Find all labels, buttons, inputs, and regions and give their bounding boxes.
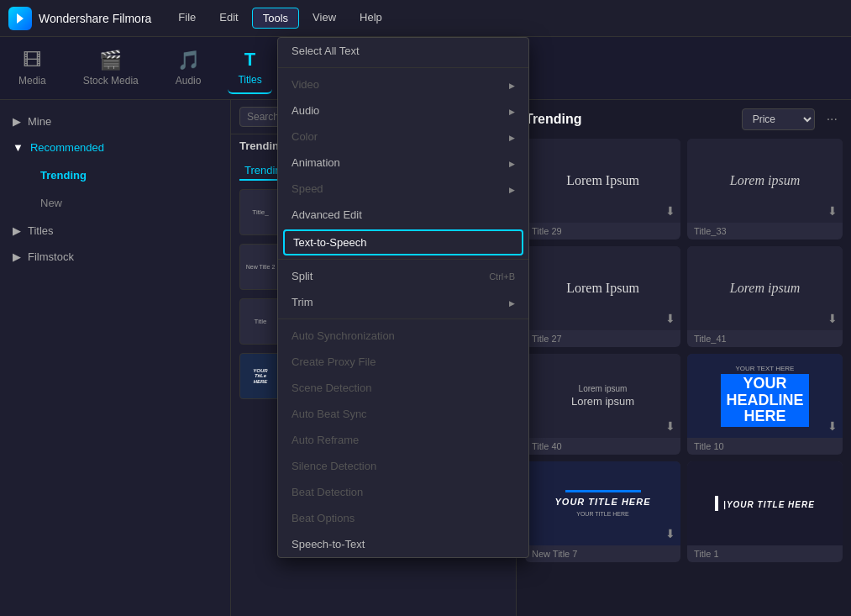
sidebar-new[interactable]: New <box>24 190 223 216</box>
auto-reframe-label: Auto Reframe <box>292 434 359 446</box>
label-title33: Title_33 <box>687 223 843 240</box>
download-icon-41[interactable]: ⬇ <box>827 312 838 325</box>
audio-arrow <box>509 106 515 116</box>
split-shortcut: Ctrl+B <box>489 271 515 282</box>
dropdown-text-to-speech[interactable]: Text-to-Speech <box>283 229 523 255</box>
text-to-speech-label: Text-to-Speech <box>293 236 366 249</box>
dropdown-advanced-edit[interactable]: Advanced Edit <box>278 202 528 228</box>
dropdown-proxy-file: Create Proxy File <box>278 349 528 375</box>
label-newtitle7: New Title 7 <box>525 545 680 562</box>
download-icon-33[interactable]: ⬇ <box>827 204 838 218</box>
thumb-title-speed[interactable]: Title_ <box>239 189 281 235</box>
dropdown-animation[interactable]: Animation <box>278 150 528 176</box>
dropdown-trim[interactable]: Trim <box>278 289 528 315</box>
media-label: Media <box>18 75 46 87</box>
menu-file[interactable]: File <box>168 8 206 29</box>
download-icon-27[interactable]: ⬇ <box>665 312 675 325</box>
template-card-title10[interactable]: YOUR TEXT HERE YOURHEADLINEHERE ⬇ Title … <box>687 354 843 455</box>
preview-title29: Lorem Ipsum ⬇ <box>525 139 680 223</box>
label-title27: Title 27 <box>525 330 680 347</box>
download-icon-10[interactable]: ⬇ <box>827 419 838 433</box>
auto-beat-sync-label: Auto Beat Sync <box>292 408 367 420</box>
dropdown-select-all-text[interactable]: Select All Text <box>278 38 528 64</box>
toolbar-media[interactable]: 🎞 Media <box>8 43 56 93</box>
recommended-label: Recommended <box>30 141 104 154</box>
label-title41: Title_41 <box>687 330 843 347</box>
template-card-newtitle7[interactable]: YOUR TITLE HERE YOUR TITLE HERE ⬇ New Ti… <box>525 461 680 562</box>
dropdown-beat-detection: Beat Detection <box>278 479 528 505</box>
sidebar-recommended[interactable]: ▼ Recommended <box>0 134 230 161</box>
content-panel: Trending Price Free Premium ··· Lorem Ip… <box>517 100 851 616</box>
speed-menu-label: Speed <box>292 182 323 195</box>
filmstock-label: Filmstock <box>28 250 74 263</box>
menu-help[interactable]: Help <box>349 8 392 29</box>
dropdown-audio[interactable]: Audio <box>278 97 528 124</box>
download-icon-29[interactable]: ⬇ <box>665 204 675 218</box>
speech-to-text-label: Speech-to-Text <box>292 538 365 550</box>
auto-sync-label: Auto Synchronization <box>292 329 395 342</box>
preview-title10: YOUR TEXT HERE YOURHEADLINEHERE ⬇ <box>687 354 843 438</box>
dropdown-split[interactable]: Split Ctrl+B <box>278 263 528 289</box>
beat-detection-label: Beat Detection <box>292 486 363 498</box>
template-card-title27[interactable]: Lorem Ipsum ⬇ Title 27 <box>525 246 680 347</box>
thumb-your-title[interactable]: YOURTitLeHERE <box>239 353 281 399</box>
color-arrow <box>509 132 515 142</box>
thumb-advedit[interactable]: New Title 2 <box>239 244 281 290</box>
download-icon-40[interactable]: ⬇ <box>665 419 675 433</box>
content-header: Trending Price Free Premium ··· <box>525 108 843 130</box>
advanced-edit-label: Advanced Edit <box>292 208 362 221</box>
menu-tools[interactable]: Tools <box>252 8 299 29</box>
template-card-title29[interactable]: Lorem Ipsum ⬇ Title 29 <box>525 139 680 240</box>
more-options-button[interactable]: ··· <box>822 110 843 129</box>
dropdown-beat-options: Beat Options <box>278 505 528 531</box>
template-card-title41[interactable]: Lorem ipsum ⬇ Title_41 <box>687 246 843 347</box>
audio-icon: 🎵 <box>177 50 200 71</box>
menu-view[interactable]: View <box>302 8 346 29</box>
color-label: Color <box>292 130 318 143</box>
mine-chevron: ▶ <box>13 115 21 128</box>
titles-label: Titles <box>238 74 261 86</box>
media-icon: 🎞 <box>23 50 41 71</box>
divider-2 <box>278 259 528 260</box>
sidebar-mine[interactable]: ▶ Mine <box>0 108 230 134</box>
tools-dropdown: Select All Text Video Audio Color Animat… <box>277 37 529 558</box>
menu-edit[interactable]: Edit <box>209 8 248 29</box>
titles-icon: T <box>244 49 255 71</box>
dropdown-color: Color <box>278 124 528 150</box>
split-label: Split <box>292 270 313 282</box>
preview-title41: Lorem ipsum ⬇ <box>687 246 843 330</box>
toolbar-audio[interactable]: 🎵 Audio <box>165 43 212 93</box>
template-card-title40[interactable]: Lorem ipsum Lorem ipsum ⬇ Title 40 <box>525 354 680 455</box>
sidebar-filmstock[interactable]: ▶ Filmstock <box>0 244 230 270</box>
preview-title40: Lorem ipsum Lorem ipsum ⬇ <box>525 354 680 438</box>
dropdown-speed: Speed <box>278 176 528 202</box>
stock-media-label: Stock Media <box>83 75 139 87</box>
silence-detection-label: Silence Detection <box>292 460 376 472</box>
price-filter[interactable]: Price Free Premium <box>742 108 815 130</box>
top-bar: Wondershare Filmora File Edit Tools View… <box>0 0 851 37</box>
video-arrow <box>509 80 515 90</box>
dropdown-auto-reframe: Auto Reframe <box>278 427 528 453</box>
template-card-title1[interactable]: |YOUR TITLE HERE Title 1 <box>687 461 843 562</box>
app-logo: Wondershare Filmora <box>8 7 151 30</box>
template-grid: Lorem Ipsum ⬇ Title 29 Lorem ipsum ⬇ Tit… <box>525 139 843 562</box>
filter-row: Price Free Premium ··· <box>742 108 843 130</box>
label-title40: Title 40 <box>525 438 680 455</box>
sidebar-trending[interactable]: Trending <box>24 162 223 188</box>
download-icon-newtitle7[interactable]: ⬇ <box>665 527 675 540</box>
toolbar-titles[interactable]: T Titles <box>228 42 271 94</box>
titles-chevron: ▶ <box>13 224 21 237</box>
mine-label: Mine <box>28 115 51 128</box>
dropdown-silence-detection: Silence Detection <box>278 453 528 479</box>
animation-label: Animation <box>292 156 340 169</box>
sidebar-titles[interactable]: ▶ Titles <box>0 218 230 244</box>
dropdown-auto-beat-sync: Auto Beat Sync <box>278 401 528 427</box>
template-card-title33[interactable]: Lorem ipsum ⬇ Title_33 <box>687 139 843 240</box>
toolbar-stock-media[interactable]: 🎬 Stock Media <box>73 43 149 93</box>
dropdown-speech-to-text[interactable]: Speech-to-Text <box>278 531 528 557</box>
thumb-title[interactable]: Title <box>239 298 281 345</box>
filmstock-chevron: ▶ <box>13 250 21 263</box>
preview-title27: Lorem Ipsum ⬇ <box>525 246 680 330</box>
audio-label: Audio <box>176 75 202 87</box>
video-label: Video <box>292 78 319 91</box>
